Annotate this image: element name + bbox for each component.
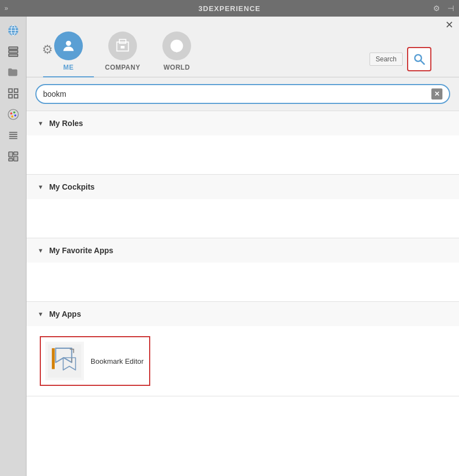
search-clear-button[interactable]: ✕ <box>431 88 442 100</box>
sidebar-layers-icon[interactable] <box>4 42 23 61</box>
tab-me-label: ME <box>64 64 74 71</box>
section-my-cockpits: ▼ My Cockpits <box>27 175 459 238</box>
search-button[interactable] <box>407 47 431 71</box>
sidebar-list-icon[interactable] <box>4 126 23 145</box>
expand-icon[interactable]: » <box>4 4 8 12</box>
svg-rect-28 <box>120 46 123 49</box>
sidebar-globe-icon[interactable] <box>4 21 23 40</box>
app-bookmark-editor-icon <box>45 342 84 380</box>
sidebar-folder-icon[interactable] <box>4 63 23 82</box>
svg-rect-22 <box>13 152 17 155</box>
settings-icon[interactable]: ⚙ <box>430 2 442 14</box>
section-my-roles: ▼ My Roles <box>27 111 459 175</box>
tab-company[interactable]: COMPANY <box>94 32 151 77</box>
pin-icon[interactable]: ⊣ <box>445 2 457 14</box>
svg-rect-29 <box>123 46 125 49</box>
app-bookmark-editor-name: Bookmark Editor <box>91 357 144 365</box>
top-bar-actions: ⚙ ⊣ <box>430 2 457 14</box>
sidebar-palette-icon[interactable] <box>4 105 23 124</box>
close-button[interactable]: ✕ <box>445 20 453 30</box>
tab-company-icon <box>108 32 137 60</box>
section-my-favorite-apps-content <box>27 263 459 301</box>
tab-company-label: COMPANY <box>105 64 140 71</box>
top-bar: » 3DEXPERIENCE ⚙ ⊣ <box>0 0 459 17</box>
search-tooltip: Search <box>370 53 403 66</box>
tab-world-label: WORLD <box>163 64 190 71</box>
search-tab: Search <box>407 47 431 71</box>
svg-point-25 <box>66 41 71 46</box>
section-my-cockpits-title: My Cockpits <box>49 182 94 191</box>
section-my-cockpits-header[interactable]: ▼ My Cockpits <box>27 175 459 199</box>
section-my-apps-arrow: ▼ <box>38 311 44 317</box>
svg-rect-10 <box>8 95 12 98</box>
section-my-roles-arrow: ▼ <box>38 120 44 127</box>
search-input-area: ✕ <box>27 77 459 111</box>
section-my-favorite-apps-header[interactable]: ▼ My Favorite Apps <box>27 238 459 263</box>
tab-me[interactable]: ME <box>43 32 94 77</box>
svg-rect-23 <box>13 156 17 161</box>
search-input[interactable] <box>43 90 431 98</box>
svg-rect-38 <box>52 348 55 369</box>
svg-rect-8 <box>8 89 12 92</box>
svg-point-15 <box>14 114 16 117</box>
content-area: ▼ My Roles ▼ My Cockpits ▼ My Favorite A… <box>27 111 459 476</box>
svg-rect-24 <box>8 159 12 161</box>
section-my-favorite-apps-arrow: ▼ <box>38 247 44 254</box>
section-my-apps-title: My Apps <box>49 310 81 318</box>
section-my-roles-header[interactable]: ▼ My Roles <box>27 111 459 135</box>
section-my-cockpits-content <box>27 199 459 238</box>
svg-rect-9 <box>14 89 17 92</box>
section-my-apps-header[interactable]: ▼ My Apps <box>27 302 459 326</box>
svg-rect-5 <box>8 47 18 50</box>
svg-rect-7 <box>8 54 18 57</box>
sidebar-grid-icon[interactable] <box>4 84 23 103</box>
app-bookmark-editor[interactable]: Bookmark Editor <box>40 336 150 386</box>
svg-point-16 <box>11 116 13 118</box>
section-my-apps-content: Bookmark Editor <box>27 326 459 396</box>
left-sidebar <box>0 17 27 476</box>
tab-world-icon <box>162 32 191 60</box>
tab-me-icon <box>54 32 83 60</box>
svg-rect-11 <box>14 95 17 98</box>
svg-rect-21 <box>8 152 12 157</box>
svg-point-13 <box>10 112 12 114</box>
section-my-roles-title: My Roles <box>49 119 83 128</box>
section-my-favorite-apps: ▼ My Favorite Apps <box>27 238 459 302</box>
section-my-roles-content <box>27 135 459 174</box>
section-my-favorite-apps-title: My Favorite Apps <box>49 246 113 255</box>
app-title: 3DEXPERIENCE <box>198 4 260 13</box>
svg-point-12 <box>8 109 18 119</box>
main-panel: ✕ ⚙ ME COMPANY WORLD Search <box>27 17 459 476</box>
sidebar-board-icon[interactable] <box>4 147 23 166</box>
section-my-apps: ▼ My Apps <box>27 302 459 396</box>
svg-rect-27 <box>119 39 126 43</box>
tab-world[interactable]: WORLD <box>151 32 202 77</box>
tab-bar: ⚙ ME COMPANY WORLD Search <box>27 17 459 77</box>
svg-rect-6 <box>8 50 18 53</box>
svg-point-14 <box>13 112 15 114</box>
svg-line-36 <box>421 61 424 64</box>
search-input-wrapper: ✕ <box>35 84 450 104</box>
section-my-cockpits-arrow: ▼ <box>38 184 44 190</box>
